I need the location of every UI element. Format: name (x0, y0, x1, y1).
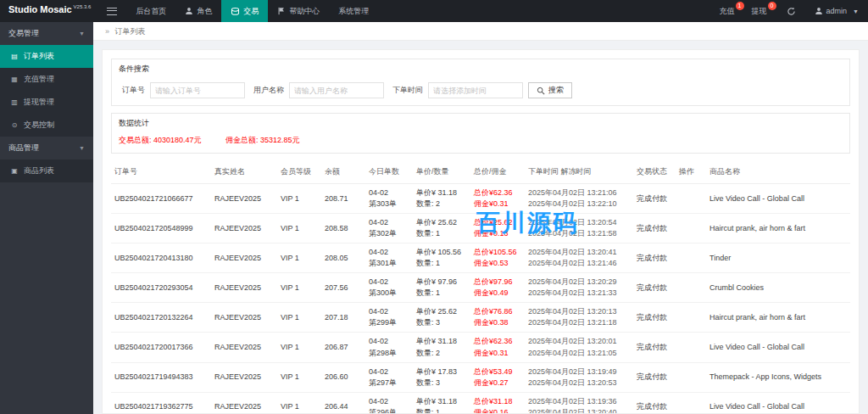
nav-item-trade[interactable]: 交易 (221, 0, 268, 22)
order-date: 04-02 (369, 396, 409, 407)
total-price: 总价¥105.56 (474, 247, 521, 258)
table-row[interactable]: UB2504021720017366 RAJEEV2025 VIP 1 206.… (111, 333, 850, 362)
total-commission-amount: 佣金总额: 35312.85元 (225, 136, 300, 144)
header-unit-qty: 单价/数量 (413, 160, 470, 184)
commission: 佣金¥0.27 (474, 378, 521, 389)
quantity: 数量: 1 (416, 228, 467, 239)
withdraw-badge: 0 (768, 2, 776, 10)
order-count: 第299单 (369, 317, 409, 328)
sidebar-item-order-list[interactable]: ▤ 订单列表 (0, 45, 93, 68)
order-count: 第298单 (369, 348, 409, 359)
quantity: 数量: 3 (416, 317, 467, 328)
order-time: 2025年04月02日 13:20:29 (528, 277, 630, 288)
nav-item-roles[interactable]: 角色 (175, 0, 221, 22)
table-row[interactable]: UB2504021721066677 RAJEEV2025 VIP 1 208.… (111, 184, 850, 214)
table-row[interactable]: UB2504021720293054 RAJEEV2025 VIP 1 207.… (111, 273, 850, 303)
cell-total-commission: 总价¥31.18 佣金¥0.16 (470, 392, 525, 414)
cell-order-no: UB2504021719362775 (111, 392, 211, 414)
sidebar-item-product-list[interactable]: ▣ 商品列表 (0, 159, 93, 182)
nav-item-help[interactable]: 帮助中心 (268, 0, 329, 22)
cell-real-name: RAJEEV2025 (211, 362, 277, 392)
chevron-down-icon: ▼ (79, 31, 85, 36)
cell-actions (676, 243, 706, 273)
cell-times: 2025年04月02日 13:19:49 2025年04月02日 13:20:5… (525, 362, 633, 392)
cell-balance: 207.18 (321, 303, 365, 333)
total-price: 总价¥97.96 (474, 277, 521, 288)
order-time-input[interactable] (428, 82, 523, 98)
cell-today-orders: 04-02 第299单 (365, 303, 413, 333)
cell-unit-qty: 单价¥ 97.96 数量: 1 (413, 273, 470, 303)
table-row[interactable]: UB2504021720548999 RAJEEV2025 VIP 1 208.… (111, 214, 850, 243)
stats-line: 交易总额: 4030180.47元 佣金总额: 35312.85元 (112, 133, 849, 153)
table-row[interactable]: UB2504021719494383 RAJEEV2025 VIP 1 206.… (111, 362, 850, 392)
user-name-input[interactable] (289, 82, 384, 98)
table-row[interactable]: UB2504021720132264 RAJEEV2025 VIP 1 207.… (111, 303, 850, 333)
search-button[interactable]: 搜索 (528, 82, 572, 98)
withdraw-notice-label: 提现 (752, 6, 767, 17)
cell-real-name: RAJEEV2025 (211, 303, 277, 333)
table-row[interactable]: UB2504021719362775 RAJEEV2025 VIP 1 206.… (111, 392, 850, 414)
commission: 佣金¥0.53 (474, 258, 521, 269)
unfreeze-time: 2025年04月02日 13:21:05 (528, 348, 630, 359)
user-name: admin (826, 7, 848, 15)
top-navbar: Studio Mosaic V25.3.6 后台首页 角色 交易 帮助中心 系统… (0, 0, 868, 22)
cell-status: 完成付款 (633, 362, 676, 392)
quantity: 数量: 1 (416, 288, 467, 299)
nav-item-system-label: 系统管理 (338, 6, 369, 17)
collapse-menu-button[interactable] (97, 0, 126, 22)
sidebar-item-withdraw-label: 提现管理 (24, 97, 54, 108)
cell-today-orders: 04-02 第296单 (365, 392, 413, 414)
header-order-no: 订单号 (111, 160, 211, 184)
sidebar-group-trade-label: 交易管理 (8, 28, 39, 39)
nav-item-system[interactable]: 系统管理 (329, 0, 378, 22)
cell-product: Live Video Call - Global Call (706, 184, 850, 214)
brand-logo[interactable]: Studio Mosaic V25.3.6 (0, 0, 97, 22)
refresh-button[interactable] (777, 0, 805, 22)
user-menu[interactable]: admin ▼ (805, 0, 868, 22)
withdraw-notice-button[interactable]: 提现 0 (745, 0, 777, 22)
brand-version: V25.3.6 (74, 4, 92, 9)
total-price: 总价¥76.86 (474, 306, 521, 317)
cell-real-name: RAJEEV2025 (211, 243, 277, 273)
order-no-input[interactable] (150, 82, 245, 98)
order-time: 2025年04月02日 13:19:36 (528, 396, 630, 407)
cell-level: VIP 1 (277, 303, 321, 333)
cell-product: Crumbl Cookies (706, 273, 850, 303)
product-list-icon: ▣ (10, 167, 19, 175)
sidebar-group-trade-management[interactable]: 交易管理 ▼ (0, 22, 93, 45)
commission: 佣金¥0.16 (474, 407, 521, 414)
cell-unit-qty: 单价¥ 25.62 数量: 3 (413, 303, 470, 333)
cell-times: 2025年04月02日 13:19:36 2025年04月02日 13:20:4… (525, 392, 633, 414)
sidebar-item-trade-control[interactable]: ⊙ 交易控制 (0, 114, 93, 137)
orders-table-header: 订单号 真实姓名 会员等级 余额 今日单数 单价/数量 总价/佣金 下单时间 解… (111, 160, 850, 184)
sidebar-item-recharge-management[interactable]: ▦ 充值管理 (0, 68, 93, 91)
cell-order-no: UB2504021720132264 (111, 303, 211, 333)
quantity: 数量: 3 (416, 378, 467, 389)
total-trade-amount: 交易总额: 4030180.47元 (119, 136, 202, 144)
unfreeze-time: 2025年04月02日 13:21:46 (528, 258, 630, 269)
nav-item-home[interactable]: 后台首页 (126, 0, 175, 22)
cell-unit-qty: 单价¥ 31.18 数量: 2 (413, 333, 470, 362)
sidebar-item-withdraw-management[interactable]: ▥ 提现管理 (0, 91, 93, 114)
table-row[interactable]: UB2504021720413180 RAJEEV2025 VIP 1 208.… (111, 243, 850, 273)
header-times: 下单时间 解冻时间 (525, 160, 633, 184)
header-today-orders: 今日单数 (365, 160, 413, 184)
brand-name: Studio Mosaic (8, 4, 72, 14)
total-price: 总价¥53.49 (474, 366, 521, 378)
sidebar-item-recharge-label: 充值管理 (24, 74, 54, 85)
order-time: 2025年04月02日 13:20:41 (528, 247, 630, 258)
cell-status: 完成付款 (633, 392, 676, 414)
recharge-notice-button[interactable]: 充值 1 (713, 0, 745, 22)
stats-panel: 数据统计 交易总额: 4030180.47元 佣金总额: 35312.85元 (111, 113, 850, 154)
unit-price: 单价¥ 25.62 (416, 306, 467, 317)
nav-item-roles-label: 角色 (197, 6, 212, 17)
cell-unit-qty: 单价¥ 25.62 数量: 1 (413, 214, 470, 243)
cell-total-commission: 总价¥105.56 佣金¥0.53 (470, 243, 525, 273)
cell-times: 2025年04月02日 13:20:54 2025年04月02日 13:21:5… (525, 214, 633, 243)
cell-total-commission: 总价¥62.36 佣金¥0.31 (470, 333, 525, 362)
withdraw-icon: ▥ (10, 98, 19, 106)
cell-order-no: UB2504021720548999 (111, 214, 211, 243)
search-panel-title: 条件搜索 (112, 59, 849, 79)
sidebar-group-product-management[interactable]: 商品管理 ▼ (0, 137, 93, 159)
cell-today-orders: 04-02 第302单 (365, 214, 413, 243)
